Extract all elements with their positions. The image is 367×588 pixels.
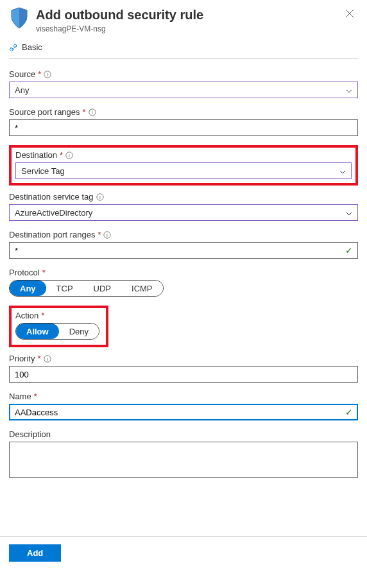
protocol-option-udp[interactable]: UDP bbox=[83, 281, 121, 296]
action-pill-group: Allow Deny bbox=[15, 323, 99, 340]
name-label: Name bbox=[9, 392, 31, 401]
action-option-deny[interactable]: Deny bbox=[59, 324, 99, 339]
protocol-option-tcp[interactable]: TCP bbox=[46, 281, 83, 296]
source-port-input[interactable] bbox=[9, 119, 358, 136]
page-title: Add outbound security rule bbox=[36, 6, 335, 23]
action-option-allow[interactable]: Allow bbox=[16, 324, 59, 339]
highlight-action: Action * Allow Deny bbox=[9, 306, 108, 347]
destination-value: Service Tag bbox=[21, 166, 65, 176]
info-icon[interactable]: i bbox=[89, 108, 96, 116]
dest-service-tag-value: AzureActiveDirectory bbox=[15, 208, 92, 218]
add-button[interactable]: Add bbox=[9, 544, 61, 562]
protocol-option-icmp[interactable]: ICMP bbox=[121, 281, 163, 296]
svg-text:i: i bbox=[107, 232, 108, 238]
destination-dropdown[interactable]: Service Tag bbox=[15, 162, 352, 179]
dest-service-tag-label: Destination service tag bbox=[9, 192, 94, 202]
priority-label: Priority bbox=[9, 354, 35, 363]
info-icon[interactable]: i bbox=[44, 71, 51, 78]
source-label: Source bbox=[9, 69, 35, 79]
chevron-down-icon bbox=[346, 208, 352, 218]
info-icon[interactable]: i bbox=[96, 193, 104, 201]
required-mark: * bbox=[83, 107, 86, 117]
required-mark: * bbox=[41, 311, 44, 320]
chevron-down-icon bbox=[339, 166, 346, 176]
svg-text:i: i bbox=[69, 153, 70, 159]
description-label: Description bbox=[9, 429, 51, 439]
action-label: Action bbox=[15, 311, 38, 320]
priority-input[interactable] bbox=[9, 366, 358, 383]
required-mark: * bbox=[38, 69, 41, 79]
name-input[interactable] bbox=[9, 404, 358, 420]
required-mark: * bbox=[98, 230, 101, 239]
chevron-down-icon bbox=[346, 85, 352, 95]
svg-text:i: i bbox=[47, 72, 48, 78]
dest-port-input[interactable] bbox=[9, 242, 358, 259]
protocol-option-any[interactable]: Any bbox=[10, 281, 46, 296]
page-subtitle: viseshagPE-VM-nsg bbox=[36, 24, 335, 33]
close-button[interactable] bbox=[341, 6, 358, 22]
divider bbox=[9, 58, 358, 59]
protocol-label: Protocol bbox=[9, 268, 40, 277]
svg-text:i: i bbox=[47, 356, 48, 362]
source-port-label: Source port ranges bbox=[9, 107, 80, 117]
basic-label: Basic bbox=[22, 42, 42, 52]
info-icon[interactable]: i bbox=[65, 151, 73, 159]
required-mark: * bbox=[34, 392, 37, 401]
required-mark: * bbox=[37, 354, 40, 363]
checkmark-icon: ✓ bbox=[345, 245, 353, 255]
dest-service-tag-dropdown[interactable]: AzureActiveDirectory bbox=[9, 204, 358, 221]
svg-text:i: i bbox=[99, 195, 101, 200]
required-mark: * bbox=[42, 268, 46, 277]
destination-label: Destination bbox=[15, 150, 57, 160]
source-value: Any bbox=[15, 85, 29, 95]
checkmark-icon: ✓ bbox=[345, 407, 353, 417]
required-mark: * bbox=[60, 150, 63, 160]
highlight-destination: Destination * i Service Tag bbox=[9, 145, 358, 186]
basic-toggle[interactable]: Basic bbox=[9, 42, 358, 58]
info-icon[interactable]: i bbox=[103, 231, 111, 239]
dest-port-label: Destination port ranges bbox=[9, 230, 95, 239]
shield-icon bbox=[9, 6, 30, 31]
description-input[interactable] bbox=[9, 442, 358, 478]
svg-text:i: i bbox=[92, 110, 93, 116]
info-icon[interactable]: i bbox=[44, 355, 51, 363]
protocol-pill-group: Any TCP UDP ICMP bbox=[9, 280, 164, 297]
source-dropdown[interactable]: Any bbox=[9, 82, 358, 98]
